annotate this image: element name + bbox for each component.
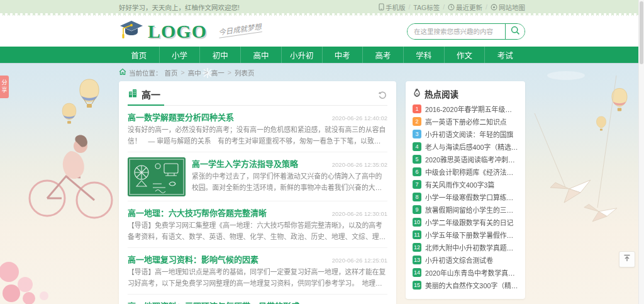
- sidebar-item-text: 美丽的大自然作文300字（精选3篇）: [425, 280, 518, 290]
- sidebar-list-item[interactable]: 13 小升初语文综合测试卷: [413, 255, 518, 265]
- article-excerpt: 紧张的中考过去了，同学们怀着激动又兴奋的心情跨入了高中的校园。面对全新的生活环境…: [192, 171, 387, 194]
- content: 当前位置： 首页 > 高中 > 高一 > 列表页: [119, 63, 525, 304]
- share-button[interactable]: 分享: [0, 76, 9, 98]
- return-button[interactable]: [377, 89, 387, 99]
- rank-badge: 2: [413, 117, 421, 126]
- breadcrumb-separator: >: [228, 69, 231, 76]
- topbar-link[interactable]: 网站地图: [491, 3, 525, 12]
- rank-badge: 15: [413, 281, 421, 290]
- sidebar-item-text: 小学一年级寒假数学口算练习题三篇: [425, 192, 518, 202]
- sidebar-list-item[interactable]: 10 小学二年级跟数学有关的日记: [413, 217, 518, 227]
- sidebar: 热点阅读 1 2016-2020年春学期五年级语文下期末模拟 2 高一英语下册必…: [406, 81, 525, 304]
- nav-item[interactable]: 中考: [323, 47, 364, 63]
- sidebar-item-text: 中级会计职称题库《经济法》检测题: [425, 167, 518, 177]
- article-excerpt: 【导语】免费学习网汇集整理《高一地理：六大技巧帮你答题完整清晰》，以及的高考备考…: [128, 220, 387, 243]
- arrow-up-icon: [623, 254, 631, 265]
- breadcrumb-item[interactable]: 首页: [165, 68, 178, 77]
- rank-badge: 11: [413, 230, 421, 239]
- flame-icon: [413, 88, 421, 100]
- scrollbar-thumb[interactable]: [640, 1, 643, 64]
- topbar-separator: /: [486, 3, 487, 11]
- article-date: 2020-06-26 12:25:01: [332, 257, 387, 264]
- sidebar-list-item[interactable]: 11 小学五年级下册数学暑假作业答案【20-61: [413, 230, 518, 240]
- sidebar-list-item[interactable]: 5 2020雅思英语阅读临考冲刺试题附答案: [413, 154, 518, 164]
- article-title[interactable]: 高一数学解题要分析四种关系: [128, 111, 234, 123]
- building-icon: [128, 88, 138, 101]
- sidebar-list-item[interactable]: 12 北师大附中小升初数学真题汇编: [413, 242, 518, 252]
- section-underline: [128, 104, 164, 106]
- sidebar-list-item[interactable]: 6 中级会计职称题库《经济法》检测题: [413, 167, 518, 177]
- nav-item[interactable]: 作文: [445, 47, 486, 63]
- search-icon: [511, 26, 520, 37]
- article-excerpt: 没有好的高一，必然没有好的高考；没有高一的危机感和紧迫感，就没有高三的从容自信！…: [128, 125, 387, 147]
- article-title[interactable]: 高一地理复习资料：影响气候的因素: [128, 253, 258, 265]
- breadcrumb-item[interactable]: 高一: [211, 68, 225, 77]
- breadcrumb-items: 首页 > 高中 > 高一 > 列表页: [165, 68, 255, 77]
- sidebar-item-text: 2016-2020年春学期五年级语文下期末模拟: [425, 104, 518, 114]
- sidebar-list-item[interactable]: 14 2020年山东青岛中考数学真题（已公布）: [413, 267, 518, 278]
- main-nav: 首页 小学 初中 高中 小升初 中考 高考 学科 作文 考试: [0, 47, 644, 63]
- rank-badge: 1: [413, 104, 421, 113]
- nav-item[interactable]: 小升初: [282, 47, 323, 63]
- site-logo[interactable]: LOGO: [119, 19, 207, 44]
- chalkboard-thumbnail[interactable]: [128, 157, 186, 196]
- article-item: 高一数学解题要分析四种关系 2020-06-26 12:40:02 没有好的高一…: [128, 106, 387, 152]
- bicycle-decoration: [30, 135, 112, 218]
- nav-item[interactable]: 学科: [404, 47, 445, 63]
- nav-item[interactable]: 首页: [119, 47, 160, 63]
- graduation-cap-icon: [119, 19, 144, 44]
- back-to-top-button[interactable]: [619, 251, 635, 267]
- rank-badge: 7: [413, 180, 421, 189]
- scrollbar[interactable]: [638, 0, 644, 304]
- sidebar-list-item[interactable]: 8 小学一年级寒假数学口算练习题三篇: [413, 192, 518, 202]
- article-excerpt: 【导语】高一地理知识点是高考的基础，同学们一定要复习好高一地理，这样才能在复习好…: [128, 267, 387, 290]
- share-label: 分享: [1, 79, 9, 94]
- article-title[interactable]: 高一学生入学方法指导及策略: [192, 157, 298, 169]
- rank-badge: 5: [413, 155, 421, 164]
- rank-badge: 10: [413, 218, 421, 227]
- flower-decoration: [0, 262, 48, 304]
- sidebar-item-text: 高一英语下册必修二知识点: [425, 116, 507, 127]
- search-input[interactable]: [408, 24, 505, 39]
- logo-text: LOGO: [148, 22, 207, 41]
- sidebar-item-text: 小学二年级跟数学有关的日记: [425, 217, 513, 227]
- sidebar-list-item[interactable]: 2 高一英语下册必修二知识点: [413, 116, 518, 127]
- rank-badge: 4: [413, 142, 421, 151]
- search-button[interactable]: [505, 24, 525, 39]
- section-title: 高一: [142, 87, 160, 101]
- topbar-link[interactable]: TAG标签: [413, 3, 440, 12]
- nav-item[interactable]: 考试: [485, 47, 525, 63]
- nav-item[interactable]: 高考: [363, 47, 404, 63]
- article-list-card: 高一 高一数学解题要分析四种关系 2020-06-26 12:40:02 没有好…: [119, 81, 396, 304]
- nav-item[interactable]: 小学: [160, 47, 201, 63]
- article-title[interactable]: 高一地理：六大技巧帮你答题完整清晰: [128, 206, 267, 218]
- article-list: 高一数学解题要分析四种关系 2020-06-26 12:40:02 没有好的高一…: [128, 106, 387, 304]
- nav-item[interactable]: 初中: [200, 47, 241, 63]
- hot-reading-title: 热点阅读: [425, 87, 458, 100]
- topbar-link[interactable]: 手机版: [379, 3, 406, 12]
- nav-item[interactable]: 高中: [241, 47, 282, 63]
- sidebar-list-item[interactable]: 4 老人与海读后感400字（精选3篇）: [413, 142, 518, 152]
- topbar-link[interactable]: 最近更新: [448, 3, 482, 12]
- article-item: 高一地理复习资料：影响气候的因素 2020-06-26 12:25:01 【导语…: [128, 248, 387, 295]
- breadcrumb: 当前位置： 首页 > 高中 > 高一 > 列表页: [119, 67, 525, 77]
- article-title[interactable]: 高一地理资料：三圈环流与气压带、风带的形成: [128, 300, 299, 304]
- breadcrumb-item[interactable]: 列表页: [235, 68, 255, 77]
- rank-badge: 3: [413, 130, 421, 138]
- sidebar-list-item[interactable]: 15 美丽的大自然作文300字（精选3篇）: [413, 280, 518, 290]
- hot-reading-list: 1 2016-2020年春学期五年级语文下期末模拟 2 高一英语下册必修二知识点…: [413, 104, 518, 290]
- sidebar-item-text: 小升初语文阅读：年轻的国旗: [425, 129, 513, 139]
- sidebar-list-item[interactable]: 7 有关风雨作文400字3篇: [413, 179, 518, 189]
- sidebar-item-text: 2020雅思英语阅读临考冲刺试题附答案: [425, 154, 518, 164]
- sidebar-list-item[interactable]: 3 小升初语文阅读：年轻的国旗: [413, 129, 518, 139]
- article-item: 高一学生入学方法指导及策略 2020-06-26 12:35:02 紧张的中考过…: [128, 152, 387, 201]
- rank-badge: 13: [413, 256, 421, 264]
- breadcrumb-separator: >: [204, 69, 208, 76]
- pin-icon: [491, 4, 497, 11]
- sidebar-item-text: 有关风雨作文400字3篇: [425, 179, 494, 189]
- sidebar-list-item[interactable]: 1 2016-2020年春学期五年级语文下期末模拟: [413, 104, 518, 114]
- breadcrumb-prefix: 当前位置：: [129, 68, 162, 77]
- breadcrumb-item[interactable]: 高中: [188, 68, 201, 77]
- sidebar-list-item[interactable]: 9 放暑假期间留给小学生的三年级英语作文范文: [413, 205, 518, 215]
- article-date: 2020-06-26 12:30:01: [332, 210, 387, 217]
